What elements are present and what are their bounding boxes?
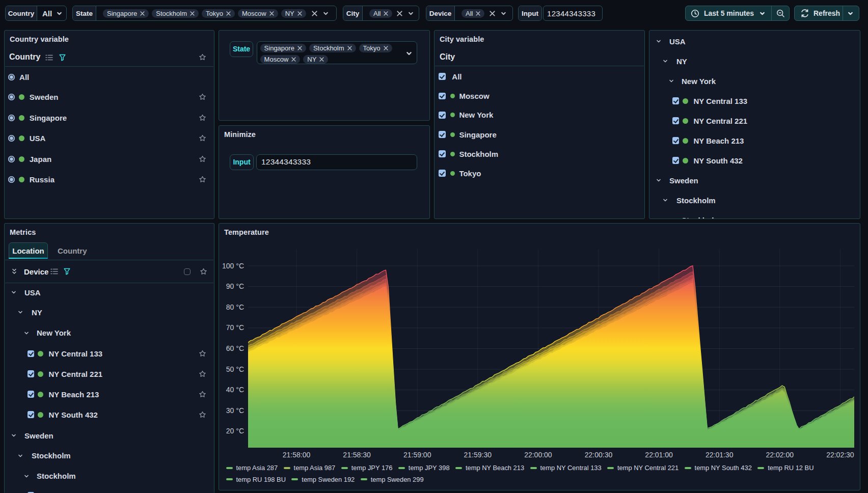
svg-text:100 °C: 100 °C xyxy=(222,262,244,270)
svg-text:21:59:00: 21:59:00 xyxy=(403,451,431,459)
svg-text:40 °C: 40 °C xyxy=(226,386,244,394)
svg-text:22:01:30: 22:01:30 xyxy=(706,451,734,459)
svg-text:21:58:30: 21:58:30 xyxy=(343,451,371,459)
svg-text:60 °C: 60 °C xyxy=(226,344,244,352)
svg-text:22:01:00: 22:01:00 xyxy=(645,451,673,459)
svg-text:22:02:00: 22:02:00 xyxy=(766,451,794,459)
svg-text:21:59:30: 21:59:30 xyxy=(464,451,492,459)
svg-text:22:00:00: 22:00:00 xyxy=(524,451,552,459)
svg-text:90 °C: 90 °C xyxy=(226,282,244,290)
svg-text:21:58:00: 21:58:00 xyxy=(283,451,311,459)
svg-text:50 °C: 50 °C xyxy=(226,365,244,373)
svg-text:70 °C: 70 °C xyxy=(226,323,244,332)
svg-text:80 °C: 80 °C xyxy=(226,303,244,311)
svg-text:20 °C: 20 °C xyxy=(226,427,244,435)
svg-text:22:00:30: 22:00:30 xyxy=(585,451,613,459)
svg-text:22:02:30: 22:02:30 xyxy=(826,451,854,459)
svg-text:30 °C: 30 °C xyxy=(226,406,244,415)
